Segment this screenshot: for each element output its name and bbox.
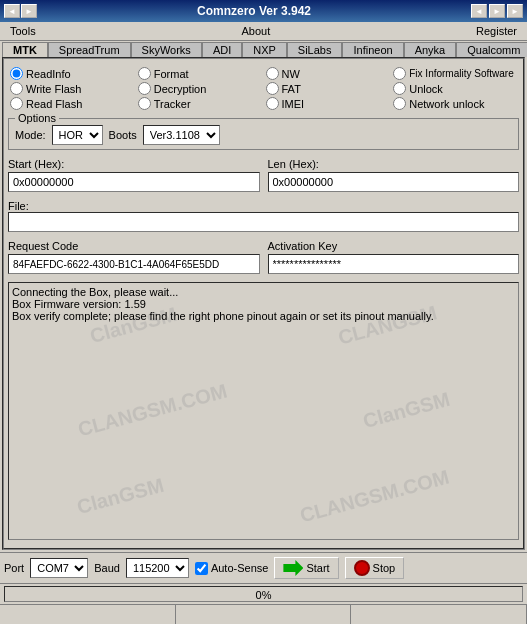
menu-about[interactable]: About xyxy=(233,23,278,39)
watermark-3: CLANGSM.COM xyxy=(75,380,229,442)
app-content: Tools About Register MTK SpreadTrum SkyW… xyxy=(0,22,527,624)
radio-imei-label: IMEI xyxy=(282,98,305,110)
radio-nw[interactable]: NW xyxy=(266,67,390,80)
menu-tools[interactable]: Tools xyxy=(2,23,44,39)
menu-bar: Tools About Register xyxy=(0,22,527,41)
radio-fix-informality[interactable]: Fix Informality Software xyxy=(393,67,517,80)
tab-qualcomm[interactable]: Qualcomm xyxy=(456,42,527,57)
radio-network-unlock-label: Network unlock xyxy=(409,98,484,110)
radio-format-label: Format xyxy=(154,68,189,80)
start-arrow-icon xyxy=(283,560,303,576)
radio-unlock[interactable]: Unlock xyxy=(393,82,517,95)
tab-nxp[interactable]: NXP xyxy=(242,42,287,57)
radio-tracker-label: Tracker xyxy=(154,98,191,110)
start-button[interactable]: Start xyxy=(274,557,338,579)
tab-adi[interactable]: ADI xyxy=(202,42,242,57)
main-tabs: MTK SpreadTrum SkyWorks ADI NXP SiLabs I… xyxy=(0,42,527,57)
status-pane-3 xyxy=(351,605,527,624)
tab-anyka[interactable]: Anyka xyxy=(404,42,457,57)
radio-unlock-label: Unlock xyxy=(409,83,443,95)
file-input[interactable] xyxy=(8,212,519,232)
menu-register[interactable]: Register xyxy=(468,23,525,39)
window-title: Comnzero Ver 3.942 xyxy=(37,4,471,18)
radio-network-unlock[interactable]: Network unlock xyxy=(393,97,517,110)
autosense-label: Auto-Sense xyxy=(211,562,268,574)
port-label: Port xyxy=(4,562,24,574)
tab-content: ReadInfo Format NW Fix Informality Softw… xyxy=(2,57,525,550)
nav-fwd-btn[interactable]: ► xyxy=(21,4,37,18)
req-act-row: Request Code Activation Key xyxy=(8,240,519,274)
start-hex-group: Start (Hex): xyxy=(8,158,260,192)
tab-infineon[interactable]: Infineon xyxy=(342,42,403,57)
log-line-3: Box verify complete; please find the rig… xyxy=(12,310,515,322)
tab-silabs[interactable]: SiLabs xyxy=(287,42,343,57)
file-row: File: xyxy=(8,200,519,232)
radio-nw-label: NW xyxy=(282,68,300,80)
nav-back-btn[interactable]: ◄ xyxy=(4,4,20,18)
progress-bar-outer: 0% xyxy=(4,586,523,602)
log-watermark-area: ClanGSM CLANGSM CLANGSM.COM ClanGSM Clan… xyxy=(8,282,519,540)
stop-label: Stop xyxy=(373,562,396,574)
nav-extra-btn[interactable]: ► xyxy=(507,4,523,18)
autosense-item[interactable]: Auto-Sense xyxy=(195,562,268,575)
radio-imei[interactable]: IMEI xyxy=(266,97,390,110)
tab-skyworks[interactable]: SkyWorks xyxy=(131,42,202,57)
tab-spreadtrum[interactable]: SpreadTrum xyxy=(48,42,131,57)
radio-read-info-label: ReadInfo xyxy=(26,68,71,80)
nav-prev-btn[interactable]: ◄ xyxy=(471,4,487,18)
radio-fat[interactable]: FAT xyxy=(266,82,390,95)
log-container: Connecting the Box, please wait... Box F… xyxy=(9,283,518,325)
status-pane-1 xyxy=(0,605,176,624)
mode-select[interactable]: HOR VER xyxy=(52,125,103,145)
mode-label: Mode: xyxy=(15,129,46,141)
radio-decryption-label: Decryption xyxy=(154,83,207,95)
boots-select[interactable]: Ver3.1108 Ver3.1100 Ver3.1000 xyxy=(143,125,220,145)
baud-select[interactable]: 115200 9600192003840057600 xyxy=(126,558,189,578)
stop-button[interactable]: Stop xyxy=(345,557,405,579)
activation-key-input[interactable] xyxy=(268,254,520,274)
activation-key-group: Activation Key xyxy=(268,240,520,274)
title-bar: ◄ ► Comnzero Ver 3.942 ◄ ► ► xyxy=(0,0,527,22)
window-controls[interactable]: ◄ ► ► xyxy=(471,4,523,18)
radio-fix-label: Fix Informality Software xyxy=(409,68,513,79)
autosense-checkbox[interactable] xyxy=(195,562,208,575)
start-label: Start xyxy=(306,562,329,574)
nav-next-btn[interactable]: ► xyxy=(489,4,505,18)
request-code-input[interactable] xyxy=(8,254,260,274)
boots-label: Boots xyxy=(109,129,137,141)
options-row: Mode: HOR VER Boots Ver3.1108 Ver3.1100 … xyxy=(15,125,512,145)
radio-format[interactable]: Format xyxy=(138,67,262,80)
request-code-label: Request Code xyxy=(8,240,260,252)
tab-mtk[interactable]: MTK xyxy=(2,42,48,57)
radio-decryption[interactable]: Decryption xyxy=(138,82,262,95)
file-label: File: xyxy=(8,200,29,212)
watermark-6: CLANGSM.COM xyxy=(298,465,452,527)
baud-label: Baud xyxy=(94,562,120,574)
title-left-controls[interactable]: ◄ ► xyxy=(4,4,37,18)
hex-fields-row: Start (Hex): Len (Hex): xyxy=(8,158,519,192)
radio-write-flash[interactable]: Write Flash xyxy=(10,82,134,95)
watermark-4: ClanGSM xyxy=(361,388,453,433)
options-section: Options Mode: HOR VER Boots Ver3.1108 Ve… xyxy=(8,118,519,150)
start-hex-label: Start (Hex): xyxy=(8,158,260,170)
options-legend: Options xyxy=(15,112,59,124)
start-hex-input[interactable] xyxy=(8,172,260,192)
radio-tracker[interactable]: Tracker xyxy=(138,97,262,110)
len-hex-group: Len (Hex): xyxy=(268,158,520,192)
log-line-1: Connecting the Box, please wait... xyxy=(12,286,515,298)
port-select[interactable]: COM7 COM1COM2COM3 COM4COM5COM6 COM8 xyxy=(30,558,88,578)
radio-fat-label: FAT xyxy=(282,83,301,95)
log-line-2: Box Firmware version: 1.59 xyxy=(12,298,515,310)
radio-read-flash[interactable]: Read Flash xyxy=(10,97,134,110)
progress-label: 0% xyxy=(5,587,522,603)
request-code-group: Request Code xyxy=(8,240,260,274)
radio-options-grid: ReadInfo Format NW Fix Informality Softw… xyxy=(8,63,519,114)
activation-key-label: Activation Key xyxy=(268,240,520,252)
port-row: Port COM7 COM1COM2COM3 COM4COM5COM6 COM8… xyxy=(0,552,527,583)
len-hex-label: Len (Hex): xyxy=(268,158,520,170)
radio-read-info[interactable]: ReadInfo xyxy=(10,67,134,80)
watermark-5: ClanGSM xyxy=(74,474,166,519)
status-bar xyxy=(0,604,527,624)
len-hex-input[interactable] xyxy=(268,172,520,192)
radio-read-flash-label: Read Flash xyxy=(26,98,82,110)
